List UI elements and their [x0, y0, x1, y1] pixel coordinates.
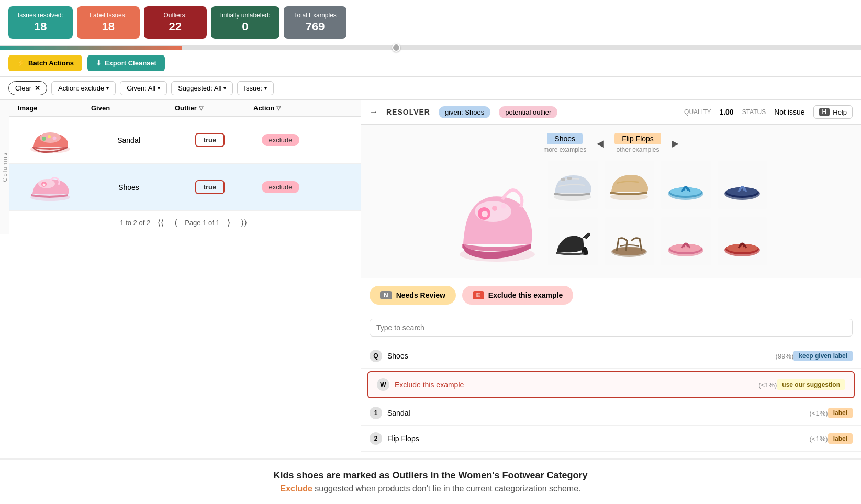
action-badge: exclude: [262, 181, 300, 193]
action-filter-dropdown[interactable]: Action: exclude ▾: [51, 81, 116, 95]
shoes-column-label: Shoes more examples: [543, 133, 586, 153]
search-section: [361, 312, 861, 343]
stat-initially-unlabeled: Initially unlabeled: 0: [211, 6, 279, 39]
row-action-cell: exclude: [249, 134, 312, 146]
progress-fill: [0, 46, 396, 50]
help-button[interactable]: H Help: [813, 105, 853, 119]
thumbnail-shoe-3[interactable]: [661, 161, 711, 209]
svg-point-14: [501, 204, 506, 209]
filter-bar: Clear ✕ Action: exclude ▾ Given: All ▾ S…: [0, 77, 861, 100]
table-body: Sandal true exclude: [9, 117, 361, 211]
prev-page-button[interactable]: ⟨: [171, 217, 181, 229]
row-outlier-cell: true: [171, 133, 249, 147]
label-action-badge: keep given label: [793, 351, 853, 361]
key-shortcut: Q: [370, 350, 382, 362]
svg-point-13: [492, 206, 497, 211]
next-page-button[interactable]: ⟩: [224, 217, 233, 229]
batch-actions-button[interactable]: ⚡ Batch Actions: [8, 55, 82, 71]
thumbnail-shoe-7[interactable]: [661, 217, 711, 265]
caption-subtitle: Exclude suggested when products don't li…: [13, 484, 848, 494]
shoe-image-kids: [28, 170, 73, 204]
next-grid-button[interactable]: ▶: [672, 138, 679, 149]
label-list: Q Shoes (99%) keep given label W Exclude…: [361, 343, 861, 452]
outlier-badge: true: [195, 133, 225, 147]
filter-icon: ▽: [276, 105, 281, 111]
row-outlier-cell: true: [171, 180, 249, 194]
label-item-exclude[interactable]: W Exclude this example (<1%) use our sug…: [367, 371, 855, 398]
filter-icon: ▽: [199, 105, 203, 111]
svg-point-8: [42, 184, 45, 186]
progress-bar: [0, 46, 861, 50]
action-bar: ⚡ Batch Actions ⬇ Export Cleanset: [0, 50, 861, 77]
thumbnail-shoe-4[interactable]: [718, 161, 767, 209]
row-image-cell: [14, 123, 87, 157]
key-shortcut: W: [377, 378, 389, 391]
svg-rect-16: [561, 178, 565, 181]
stat-issues-resolved: Issues resolved: 18: [8, 6, 73, 39]
clear-filter-button[interactable]: Clear ✕: [8, 81, 47, 95]
pagination: 1 to 2 of 2 ⟨⟨ ⟨ Page 1 of 1 ⟩ ⟩⟩: [9, 211, 361, 234]
row-image-cell: [14, 170, 87, 204]
label-item-shoes[interactable]: Q Shoes (99%) keep given label: [361, 343, 861, 369]
svg-point-32: [726, 244, 758, 252]
grid-header: Shoes more examples ◀ Flip Flops other e…: [370, 133, 853, 153]
first-page-button[interactable]: ⟨⟨: [154, 217, 167, 229]
suggested-filter-dropdown[interactable]: Suggested: All ▾: [171, 81, 233, 95]
caption-area: Kids shoes are marked as Outliers in the…: [0, 458, 861, 504]
given-filter-dropdown[interactable]: Given: All ▾: [120, 81, 167, 95]
table-row[interactable]: Sandal true exclude: [9, 117, 361, 164]
chevron-down-icon: ▾: [264, 85, 267, 91]
svg-point-12: [482, 211, 488, 217]
export-cleanset-button[interactable]: ⬇ Export Cleanset: [87, 55, 165, 71]
shoe-image-clog: [28, 123, 73, 157]
label-search-input[interactable]: [370, 319, 853, 337]
thumbnail-grid: [548, 161, 770, 270]
stat-outliers: Outliers: 22: [144, 6, 207, 39]
grid-navigation: ◀: [597, 138, 604, 149]
exclude-example-button[interactable]: E Exclude this example: [462, 286, 573, 305]
svg-point-3: [48, 135, 51, 138]
resolver-header: → RESOLVER given: Shoes potential outlie…: [361, 100, 861, 125]
action-buttons-row: N Needs Review E Exclude this example: [361, 278, 861, 312]
lightning-icon: ⚡: [17, 59, 25, 67]
row-given-cell: Shoes: [87, 183, 171, 192]
last-page-button[interactable]: ⟩⟩: [238, 217, 250, 229]
quality-section: QUALITY 1.00 STATUS Not issue H Help: [684, 105, 853, 119]
thumbnail-shoe-5[interactable]: [548, 217, 598, 265]
thumbnail-shoe-6[interactable]: [605, 217, 654, 265]
svg-rect-17: [567, 177, 572, 180]
left-panel: Columns Image Given Outlier ▽ Action ▽: [0, 100, 361, 458]
main-shoe-svg: [455, 165, 539, 265]
label-item-flipflops[interactable]: 2 Flip Flops (<1%) label: [361, 426, 861, 452]
key-shortcut: 1: [370, 407, 382, 419]
table-header: Image Given Outlier ▽ Action ▽: [9, 100, 361, 117]
label-item-sandal[interactable]: 1 Sandal (<1%) label: [361, 400, 861, 426]
right-panel: → RESOLVER given: Shoes potential outlie…: [361, 100, 861, 458]
action-badge: exclude: [262, 134, 300, 146]
svg-point-4: [52, 137, 56, 140]
row-given-cell: Sandal: [87, 136, 171, 144]
thumbnail-shoe-1[interactable]: [548, 161, 598, 209]
stats-bar: Issues resolved: 18 Label Issues: 18 Out…: [0, 0, 861, 46]
svg-point-29: [670, 244, 701, 252]
table-row[interactable]: Shoes true exclude: [9, 164, 361, 211]
columns-sidebar: Columns: [0, 100, 9, 234]
svg-point-21: [670, 187, 701, 196]
content-area: Columns Image Given Outlier ▽ Action ▽: [0, 100, 861, 458]
label-action-badge: label: [828, 408, 853, 418]
thumbnail-shoe-8[interactable]: [718, 217, 767, 265]
thumbnail-shoe-2[interactable]: [605, 161, 654, 209]
stat-label-issues: Label Issues: 18: [77, 6, 140, 39]
prev-grid-button[interactable]: ◀: [597, 138, 604, 149]
issue-filter-dropdown[interactable]: Issue: ▾: [237, 81, 274, 95]
column-given: Given: [91, 104, 175, 112]
outlier-tag: potential outlier: [499, 106, 557, 118]
image-grid-area: Shoes more examples ◀ Flip Flops other e…: [361, 125, 861, 278]
progress-thumb[interactable]: [392, 43, 400, 52]
needs-review-button[interactable]: N Needs Review: [370, 286, 456, 305]
resolver-label: RESOLVER: [386, 108, 430, 116]
label-action-badge: label: [828, 433, 853, 444]
svg-point-6: [38, 179, 55, 188]
given-tag: given: Shoes: [439, 106, 490, 118]
download-icon: ⬇: [96, 59, 102, 67]
